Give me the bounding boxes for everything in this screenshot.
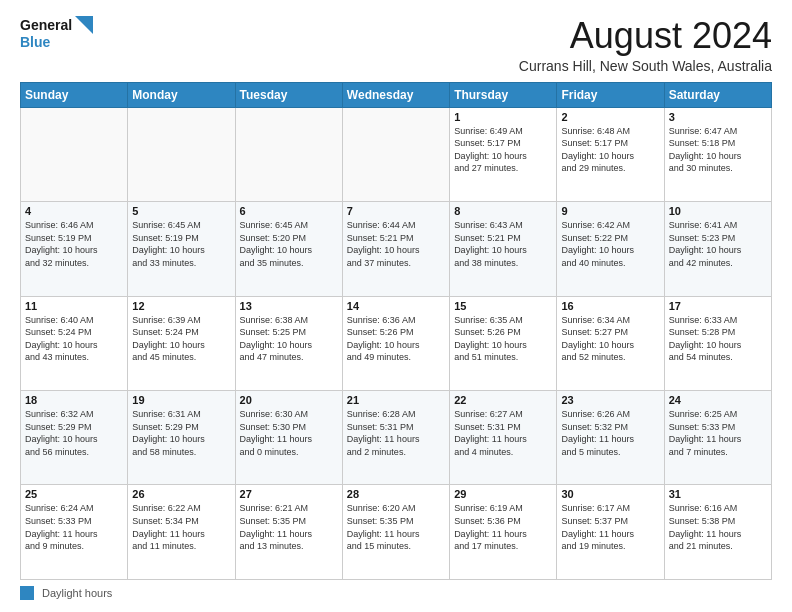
calendar-cell: 5Sunrise: 6:45 AM Sunset: 5:19 PM Daylig… xyxy=(128,202,235,296)
day-info: Sunrise: 6:44 AM Sunset: 5:21 PM Dayligh… xyxy=(347,219,445,269)
day-number: 19 xyxy=(132,394,230,406)
day-number: 22 xyxy=(454,394,552,406)
calendar-cell: 21Sunrise: 6:28 AM Sunset: 5:31 PM Dayli… xyxy=(342,391,449,485)
day-info: Sunrise: 6:26 AM Sunset: 5:32 PM Dayligh… xyxy=(561,408,659,458)
logo-blue: Blue xyxy=(20,34,93,50)
calendar-cell: 19Sunrise: 6:31 AM Sunset: 5:29 PM Dayli… xyxy=(128,391,235,485)
calendar-week-4: 18Sunrise: 6:32 AM Sunset: 5:29 PM Dayli… xyxy=(21,391,772,485)
calendar-cell: 1Sunrise: 6:49 AM Sunset: 5:17 PM Daylig… xyxy=(450,107,557,201)
day-number: 8 xyxy=(454,205,552,217)
daylight-legend-box xyxy=(20,586,34,600)
day-info: Sunrise: 6:31 AM Sunset: 5:29 PM Dayligh… xyxy=(132,408,230,458)
day-number: 16 xyxy=(561,300,659,312)
day-number: 5 xyxy=(132,205,230,217)
col-friday: Friday xyxy=(557,82,664,107)
daylight-label: Daylight hours xyxy=(42,587,112,599)
calendar-cell: 7Sunrise: 6:44 AM Sunset: 5:21 PM Daylig… xyxy=(342,202,449,296)
calendar-cell: 26Sunrise: 6:22 AM Sunset: 5:34 PM Dayli… xyxy=(128,485,235,580)
day-info: Sunrise: 6:41 AM Sunset: 5:23 PM Dayligh… xyxy=(669,219,767,269)
day-number: 4 xyxy=(25,205,123,217)
page-header: General Blue August 2024 Currans Hill, N… xyxy=(20,16,772,74)
day-number: 27 xyxy=(240,488,338,500)
day-number: 30 xyxy=(561,488,659,500)
day-number: 25 xyxy=(25,488,123,500)
day-number: 18 xyxy=(25,394,123,406)
day-info: Sunrise: 6:46 AM Sunset: 5:19 PM Dayligh… xyxy=(25,219,123,269)
logo-triangle-icon xyxy=(75,16,93,34)
day-info: Sunrise: 6:45 AM Sunset: 5:19 PM Dayligh… xyxy=(132,219,230,269)
day-info: Sunrise: 6:16 AM Sunset: 5:38 PM Dayligh… xyxy=(669,502,767,552)
calendar-cell xyxy=(235,107,342,201)
calendar-cell: 20Sunrise: 6:30 AM Sunset: 5:30 PM Dayli… xyxy=(235,391,342,485)
calendar-cell: 29Sunrise: 6:19 AM Sunset: 5:36 PM Dayli… xyxy=(450,485,557,580)
calendar-cell: 8Sunrise: 6:43 AM Sunset: 5:21 PM Daylig… xyxy=(450,202,557,296)
calendar-cell: 12Sunrise: 6:39 AM Sunset: 5:24 PM Dayli… xyxy=(128,296,235,390)
calendar-cell: 9Sunrise: 6:42 AM Sunset: 5:22 PM Daylig… xyxy=(557,202,664,296)
calendar-week-2: 4Sunrise: 6:46 AM Sunset: 5:19 PM Daylig… xyxy=(21,202,772,296)
day-number: 20 xyxy=(240,394,338,406)
logo-general: General xyxy=(20,17,72,33)
col-monday: Monday xyxy=(128,82,235,107)
day-number: 2 xyxy=(561,111,659,123)
day-info: Sunrise: 6:49 AM Sunset: 5:17 PM Dayligh… xyxy=(454,125,552,175)
day-number: 13 xyxy=(240,300,338,312)
day-info: Sunrise: 6:42 AM Sunset: 5:22 PM Dayligh… xyxy=(561,219,659,269)
calendar-cell: 28Sunrise: 6:20 AM Sunset: 5:35 PM Dayli… xyxy=(342,485,449,580)
calendar-cell: 23Sunrise: 6:26 AM Sunset: 5:32 PM Dayli… xyxy=(557,391,664,485)
day-info: Sunrise: 6:30 AM Sunset: 5:30 PM Dayligh… xyxy=(240,408,338,458)
col-sunday: Sunday xyxy=(21,82,128,107)
day-number: 21 xyxy=(347,394,445,406)
calendar-cell: 3Sunrise: 6:47 AM Sunset: 5:18 PM Daylig… xyxy=(664,107,771,201)
day-number: 14 xyxy=(347,300,445,312)
day-info: Sunrise: 6:47 AM Sunset: 5:18 PM Dayligh… xyxy=(669,125,767,175)
day-number: 29 xyxy=(454,488,552,500)
calendar-week-1: 1Sunrise: 6:49 AM Sunset: 5:17 PM Daylig… xyxy=(21,107,772,201)
calendar-cell: 14Sunrise: 6:36 AM Sunset: 5:26 PM Dayli… xyxy=(342,296,449,390)
day-number: 26 xyxy=(132,488,230,500)
day-number: 31 xyxy=(669,488,767,500)
calendar-week-3: 11Sunrise: 6:40 AM Sunset: 5:24 PM Dayli… xyxy=(21,296,772,390)
calendar-cell: 6Sunrise: 6:45 AM Sunset: 5:20 PM Daylig… xyxy=(235,202,342,296)
day-info: Sunrise: 6:19 AM Sunset: 5:36 PM Dayligh… xyxy=(454,502,552,552)
calendar-cell: 2Sunrise: 6:48 AM Sunset: 5:17 PM Daylig… xyxy=(557,107,664,201)
calendar-cell: 30Sunrise: 6:17 AM Sunset: 5:37 PM Dayli… xyxy=(557,485,664,580)
col-saturday: Saturday xyxy=(664,82,771,107)
day-number: 10 xyxy=(669,205,767,217)
calendar-cell xyxy=(342,107,449,201)
col-thursday: Thursday xyxy=(450,82,557,107)
day-number: 24 xyxy=(669,394,767,406)
calendar-cell: 18Sunrise: 6:32 AM Sunset: 5:29 PM Dayli… xyxy=(21,391,128,485)
day-info: Sunrise: 6:32 AM Sunset: 5:29 PM Dayligh… xyxy=(25,408,123,458)
day-info: Sunrise: 6:33 AM Sunset: 5:28 PM Dayligh… xyxy=(669,314,767,364)
calendar-cell: 17Sunrise: 6:33 AM Sunset: 5:28 PM Dayli… xyxy=(664,296,771,390)
day-info: Sunrise: 6:17 AM Sunset: 5:37 PM Dayligh… xyxy=(561,502,659,552)
day-info: Sunrise: 6:36 AM Sunset: 5:26 PM Dayligh… xyxy=(347,314,445,364)
day-info: Sunrise: 6:40 AM Sunset: 5:24 PM Dayligh… xyxy=(25,314,123,364)
day-info: Sunrise: 6:22 AM Sunset: 5:34 PM Dayligh… xyxy=(132,502,230,552)
day-number: 6 xyxy=(240,205,338,217)
main-title: August 2024 xyxy=(519,16,772,56)
day-number: 17 xyxy=(669,300,767,312)
day-number: 12 xyxy=(132,300,230,312)
day-info: Sunrise: 6:25 AM Sunset: 5:33 PM Dayligh… xyxy=(669,408,767,458)
calendar-cell: 11Sunrise: 6:40 AM Sunset: 5:24 PM Dayli… xyxy=(21,296,128,390)
calendar-header-row: Sunday Monday Tuesday Wednesday Thursday… xyxy=(21,82,772,107)
calendar-cell: 10Sunrise: 6:41 AM Sunset: 5:23 PM Dayli… xyxy=(664,202,771,296)
day-info: Sunrise: 6:24 AM Sunset: 5:33 PM Dayligh… xyxy=(25,502,123,552)
calendar-cell xyxy=(21,107,128,201)
day-number: 3 xyxy=(669,111,767,123)
logo-text-block: General Blue xyxy=(20,16,93,50)
day-number: 11 xyxy=(25,300,123,312)
day-info: Sunrise: 6:34 AM Sunset: 5:27 PM Dayligh… xyxy=(561,314,659,364)
calendar-page: General Blue August 2024 Currans Hill, N… xyxy=(0,0,792,612)
day-info: Sunrise: 6:38 AM Sunset: 5:25 PM Dayligh… xyxy=(240,314,338,364)
day-info: Sunrise: 6:20 AM Sunset: 5:35 PM Dayligh… xyxy=(347,502,445,552)
day-info: Sunrise: 6:39 AM Sunset: 5:24 PM Dayligh… xyxy=(132,314,230,364)
col-tuesday: Tuesday xyxy=(235,82,342,107)
day-info: Sunrise: 6:48 AM Sunset: 5:17 PM Dayligh… xyxy=(561,125,659,175)
svg-marker-0 xyxy=(75,16,93,34)
day-info: Sunrise: 6:21 AM Sunset: 5:35 PM Dayligh… xyxy=(240,502,338,552)
calendar-cell xyxy=(128,107,235,201)
calendar-cell: 24Sunrise: 6:25 AM Sunset: 5:33 PM Dayli… xyxy=(664,391,771,485)
day-number: 7 xyxy=(347,205,445,217)
